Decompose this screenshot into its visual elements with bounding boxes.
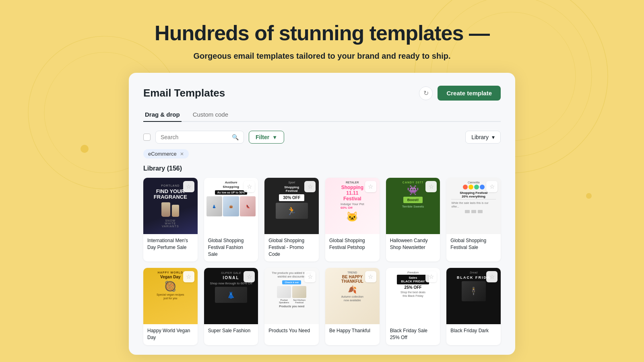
template-thumbnail: The products you added to your wishlist … — [264, 268, 319, 324]
template-name: Products You Need — [264, 324, 319, 338]
template-card[interactable]: Sport ShoppingFestival 30% OFF 🏃 ☆ Globa… — [264, 178, 319, 261]
template-card[interactable]: RETALER Shopping11.11Festival Indulge Yo… — [325, 178, 380, 261]
template-card[interactable]: Freedom SalesBLACK FRIDAY 25% OFF Shop t… — [386, 268, 440, 345]
template-card[interactable]: The products you added to your wishlist … — [264, 268, 319, 345]
refresh-icon: ↻ — [423, 89, 429, 97]
template-name: Be Happy Thankful — [325, 324, 380, 338]
tag-ecommerce: eCommerce ✕ — [143, 149, 189, 158]
favorite-button[interactable]: ☆ — [304, 181, 316, 192]
favorite-button[interactable]: ☆ — [486, 271, 497, 282]
template-card[interactable]: HAPPY WORLD Vegan Day 🥘 Special vegan re… — [143, 268, 198, 345]
template-thumbnail: Dread BLACK FRIDA 🕴 ☆ — [446, 268, 501, 324]
tag-label: eCommerce — [148, 151, 177, 157]
template-thumbnail: Cannelita Shopping Festival20% everythin… — [446, 178, 501, 234]
favorite-button[interactable]: ☆ — [183, 271, 194, 282]
create-template-button[interactable]: Create template — [438, 86, 501, 101]
tabs-bar: Drag & drop Custom code — [143, 108, 501, 122]
template-name: Global Shopping Festival - Promo Code — [264, 234, 319, 261]
template-thumbnail: Austbure Shopping As low as UP to 50% 👗 … — [204, 178, 258, 234]
template-card[interactable]: SUPER SALE IONAL Shop now through to 60%… — [204, 268, 258, 345]
favorite-button[interactable]: ☆ — [365, 271, 376, 282]
hero-subtitle: Gorgeous email templates tailored to you… — [0, 51, 644, 61]
main-card: Email Templates ↻ Create template Drag &… — [129, 73, 515, 355]
favorite-button[interactable]: ☆ — [425, 181, 437, 192]
header-actions: ↻ Create template — [419, 86, 501, 101]
template-thumbnail: HAPPY WORLD Vegan Day 🥘 Special vegan re… — [143, 268, 198, 324]
template-card[interactable]: Dread BLACK FRIDA 🕴 ☆ Black Friday Dark — [446, 268, 501, 345]
template-thumbnail: Sport ShoppingFestival 30% OFF 🏃 ☆ — [264, 178, 319, 234]
templates-grid-row1: PORTLAND FIND YOURFRAGRANCE SNOWWHITEVAR… — [143, 178, 501, 261]
template-thumbnail: PORTLAND FIND YOURFRAGRANCE SNOWWHITEVAR… — [143, 178, 198, 234]
favorite-button[interactable]: ☆ — [244, 181, 255, 192]
template-card[interactable]: Austbure Shopping As low as UP to 50% 👗 … — [204, 178, 258, 261]
template-name: Black Friday Dark — [446, 324, 501, 338]
templates-grid-row2: HAPPY WORLD Vegan Day 🥘 Special vegan re… — [143, 268, 501, 345]
tab-drag-drop[interactable]: Drag & drop — [143, 108, 182, 122]
library-dropdown[interactable]: Library ▾ — [465, 131, 501, 144]
template-card[interactable]: PORTLAND FIND YOURFRAGRANCE SNOWWHITEVAR… — [143, 178, 198, 261]
card-title: Email Templates — [143, 87, 225, 99]
active-filters: eCommerce ✕ — [143, 149, 501, 158]
template-name: Global Shopping Festival Sale — [446, 234, 501, 255]
favorite-button[interactable]: ☆ — [486, 181, 497, 192]
toolbar: 🔍 Filter ▼ Library ▾ — [143, 131, 501, 144]
section-title: Library (156) — [143, 165, 501, 172]
favorite-button[interactable]: ☆ — [365, 181, 376, 192]
search-wrapper: 🔍 — [155, 131, 244, 144]
favorite-button[interactable]: ☆ — [425, 271, 437, 282]
favorite-button[interactable]: ☆ — [183, 181, 194, 192]
search-input[interactable] — [161, 134, 229, 140]
filter-icon: ▼ — [272, 134, 277, 140]
card-header: Email Templates ↻ Create template — [143, 86, 501, 101]
template-thumbnail: TREND BE HAPPYTHANKFUL 🍂 Autumn collecti… — [325, 268, 380, 324]
hero-title: Hundreds of stunning templates — — [0, 21, 644, 45]
template-name: Global Shopping Festival Petshop — [325, 234, 380, 255]
template-name: International Men's Day Perfume Sale — [143, 234, 198, 255]
favorite-button[interactable]: ☆ — [244, 271, 255, 282]
template-thumbnail: RETALER Shopping11.11Festival Indulge Yo… — [325, 178, 380, 234]
hero-section: Hundreds of stunning templates — Gorgeou… — [0, 0, 644, 73]
filter-label: Filter — [256, 134, 269, 140]
refresh-button[interactable]: ↻ — [419, 86, 433, 100]
template-card[interactable]: CANDY 2077 👾 Boost! Terrible Sweets ☆ Ha… — [386, 178, 440, 261]
select-all-checkbox[interactable] — [143, 134, 151, 141]
remove-tag-button[interactable]: ✕ — [180, 151, 184, 157]
template-card[interactable]: Cannelita Shopping Festival20% everythin… — [446, 178, 501, 261]
template-thumbnail: Freedom SalesBLACK FRIDAY 25% OFF Shop t… — [386, 268, 440, 324]
template-thumbnail: CANDY 2077 👾 Boost! Terrible Sweets ☆ — [386, 178, 440, 234]
template-thumbnail: SUPER SALE IONAL Shop now through to 60%… — [204, 268, 258, 324]
template-name: Happy World Vegan Day — [143, 324, 198, 345]
template-name: Super Sale Fashion — [204, 324, 258, 338]
template-name: Black Friday Sale 25% Off — [386, 324, 440, 345]
favorite-button[interactable]: ☆ — [304, 271, 316, 282]
template-card[interactable]: TREND BE HAPPYTHANKFUL 🍂 Autumn collecti… — [325, 268, 380, 345]
filter-button[interactable]: Filter ▼ — [249, 131, 284, 144]
chevron-down-icon: ▾ — [492, 134, 495, 140]
search-icon: 🔍 — [232, 134, 239, 140]
template-name: Global Shopping Festival Fashion Sale — [204, 234, 258, 261]
template-name: Halloween Candy Shop Newsletter — [386, 234, 440, 255]
library-label: Library — [471, 134, 489, 140]
tab-custom-code[interactable]: Custom code — [191, 108, 230, 122]
